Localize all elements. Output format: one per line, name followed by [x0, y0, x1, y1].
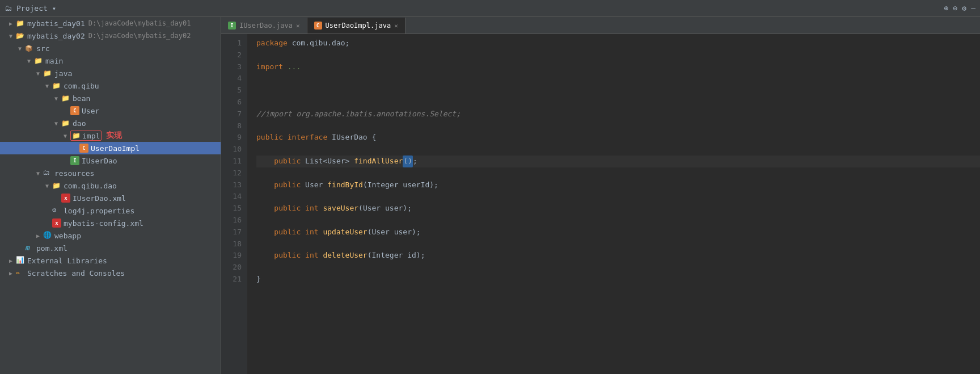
sidebar-item-bean[interactable]: bean: [0, 92, 221, 104]
item-label: dao: [73, 119, 86, 128]
sidebar-item-iuserdao[interactable]: I IUserDao: [0, 154, 221, 167]
item-label: impl: [82, 132, 100, 140]
folder-icon: [43, 69, 52, 78]
xml-icon: x: [61, 194, 70, 203]
item-label: com.qibu: [64, 82, 99, 90]
code-line-13: public User findById(Integer userId);: [256, 179, 980, 191]
class-icon: C: [70, 106, 79, 115]
code-line-4: [256, 73, 980, 85]
code-line-18: [256, 238, 980, 250]
item-label: main: [45, 57, 63, 65]
folder-icon: [52, 81, 61, 90]
locate-icon[interactable]: ⊕: [944, 4, 949, 12]
tab-close-userdaoimpl[interactable]: ✕: [394, 22, 398, 30]
arrow-bean: [54, 95, 61, 102]
sidebar-item-scratches[interactable]: ✏ Scratches and Consoles: [0, 267, 221, 279]
xml-icon2: x: [52, 218, 61, 228]
impl-box: impl: [70, 131, 102, 141]
scratch-icon: ✏: [16, 268, 25, 278]
project-title: Project: [16, 4, 48, 12]
arrow-webapp: [36, 233, 43, 239]
sidebar-item-userdaoimpl[interactable]: C UserDaoImpl: [0, 142, 221, 154]
item-label: java: [54, 69, 72, 78]
project-icon: 🗂: [5, 4, 12, 12]
code-line-12: [256, 167, 980, 179]
tab-bar: I IUserDao.java ✕ C UserDaoImpl.java ✕: [221, 17, 980, 34]
folder-icon: [16, 19, 25, 28]
folder-icon: [61, 119, 70, 128]
code-line-9: public interface IUserDao {: [256, 132, 980, 144]
tab-userdaoimpl[interactable]: C UserDaoImpl.java ✕: [307, 18, 405, 33]
arrow-ext-libs: [9, 258, 16, 264]
line-numbers: 1 2 3 4 5 6 7 8 9 10 11 12 13 14 15 16 1…: [225, 34, 247, 374]
sidebar-item-impl[interactable]: impl 实现: [0, 129, 221, 142]
sidebar-item-mybatis-day01[interactable]: mybatis_day01 D:\javaCode\mybatis_day01: [0, 17, 221, 30]
code-line-21: }: [256, 274, 980, 285]
sidebar-item-dao[interactable]: dao: [0, 117, 221, 129]
tab-iuserdao[interactable]: I IUserDao.java ✕: [221, 18, 307, 33]
sidebar-item-user[interactable]: C User: [0, 104, 221, 117]
item-label: src: [36, 44, 49, 53]
code-line-2: [256, 49, 980, 61]
tab-close-iuserdao[interactable]: ✕: [296, 22, 300, 30]
prop-icon: ⚙: [52, 206, 61, 215]
impl-annotation: 实现: [106, 131, 122, 141]
collapse-icon[interactable]: ⊖: [953, 4, 958, 12]
item-label: mybatis_day02: [27, 32, 85, 40]
editor-area: I IUserDao.java ✕ C UserDaoImpl.java ✕ 1…: [221, 17, 980, 374]
sidebar-item-mybatis-config[interactable]: x mybatis-config.xml: [0, 217, 221, 229]
folder-open-icon: [16, 31, 25, 40]
project-dropdown-icon[interactable]: ▾: [52, 5, 56, 12]
item-label: External Libraries: [27, 257, 107, 265]
code-line-1: package com.qibu.dao;: [256, 37, 980, 49]
item-label: UserDaoImpl: [91, 144, 140, 153]
sidebar-item-src[interactable]: src: [0, 42, 221, 54]
top-bar-actions: ⊕ ⊖ ⚙ —: [944, 4, 975, 12]
resources-icon: 🗂: [43, 169, 52, 178]
sidebar-item-com-qibu[interactable]: com.qibu: [0, 79, 221, 92]
interface-icon: I: [70, 156, 79, 165]
arrow-java: [36, 70, 43, 77]
settings-icon[interactable]: ⚙: [962, 4, 966, 12]
sidebar-item-external-libs[interactable]: 📊 External Libraries: [0, 254, 221, 267]
class-tab-icon: C: [314, 22, 322, 30]
class-icon: C: [79, 144, 88, 153]
item-label: pom.xml: [36, 244, 67, 253]
arrow-com-qibu-dao: [45, 183, 52, 189]
interface-tab-icon: I: [228, 22, 236, 30]
item-label: IUserDao: [82, 157, 117, 165]
sidebar-item-com-qibu-dao[interactable]: com.qibu.dao: [0, 179, 221, 192]
sidebar-item-java[interactable]: java: [0, 67, 221, 79]
webapp-icon: 🌐: [43, 231, 52, 240]
code-line-11: public List<User> findAllUser();: [256, 156, 980, 167]
sidebar-item-log4j[interactable]: ⚙ log4j.properties: [0, 204, 221, 217]
code-line-10: [256, 144, 980, 156]
item-label: mybatis-config.xml: [64, 219, 143, 228]
sidebar-item-resources[interactable]: 🗂 resources: [0, 167, 221, 179]
item-label: User: [82, 107, 99, 115]
ext-icon: 📊: [16, 256, 25, 265]
sidebar-item-iuserdao-xml[interactable]: x IUserDao.xml: [0, 192, 221, 204]
code-content[interactable]: package com.qibu.dao; import ... //impor…: [247, 34, 980, 374]
sidebar-item-pom[interactable]: m pom.xml: [0, 242, 221, 254]
arrow-mybatis-day02: [9, 33, 16, 39]
item-label: resources: [54, 169, 94, 178]
tab-label: UserDaoImpl.java: [326, 22, 391, 30]
top-bar: 🗂 Project ▾ ⊕ ⊖ ⚙ —: [0, 0, 980, 17]
sidebar-item-webapp[interactable]: 🌐 webapp: [0, 229, 221, 242]
item-label: log4j.properties: [64, 207, 134, 215]
code-line-6: [256, 96, 980, 108]
sidebar-item-mybatis-day02[interactable]: mybatis_day02 D:\javaCode\mybatis_day02: [0, 30, 221, 42]
tab-label: IUserDao.java: [239, 22, 293, 30]
pom-icon: m: [25, 243, 34, 253]
minimize-icon[interactable]: —: [971, 4, 975, 12]
src-icon: [25, 44, 34, 53]
item-label: com.qibu.dao: [64, 182, 117, 190]
item-label: Scratches and Consoles: [27, 269, 125, 278]
folder-icon: [34, 56, 43, 65]
code-line-16: [256, 215, 980, 226]
path-hint: D:\javaCode\mybatis_day02: [88, 32, 191, 40]
sidebar-item-main[interactable]: main: [0, 54, 221, 67]
arrow-scratches: [9, 270, 16, 276]
item-label: IUserDao.xml: [73, 194, 126, 203]
